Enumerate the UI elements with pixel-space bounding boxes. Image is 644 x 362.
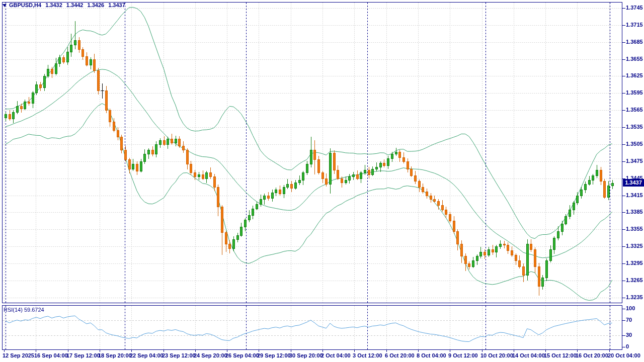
- candlestick-chart-canvas[interactable]: [0, 0, 644, 362]
- ohlc-high: 1.3442: [66, 2, 84, 8]
- price-axis-label: 1.3295: [626, 260, 643, 266]
- price-axis-label: 1.3355: [626, 226, 643, 232]
- time-axis-label: 10 Oct 20:00: [480, 352, 513, 359]
- rsi-scale-label: 30: [626, 332, 632, 338]
- time-axis-label: 24 Sep 20:00: [194, 352, 227, 359]
- price-axis-label: 1.3235: [626, 294, 643, 301]
- time-axis-label: 29 Sep 12:00: [257, 352, 291, 359]
- time-axis-label: 16 Oct 20:00: [576, 352, 608, 359]
- price-axis-label: 1.3475: [626, 158, 643, 164]
- price-axis-label: 1.3385: [626, 209, 643, 215]
- price-axis-label: 1.3415: [626, 192, 643, 199]
- chart-title: GBPUSD,H4 1.3432 1.3442 1.3426 1.3437: [9, 2, 125, 8]
- time-axis-label: 9 Oct 12:00: [448, 352, 478, 359]
- time-axis-label: 15 Oct 12:00: [544, 352, 577, 359]
- price-axis-label: 1.3535: [626, 124, 643, 130]
- time-axis-label: 6 Oct 20:00: [385, 352, 415, 359]
- price-axis-label: 1.3685: [626, 39, 643, 45]
- symbol-marker-icon: [3, 4, 7, 7]
- price-axis-label: 1.3565: [626, 107, 643, 113]
- time-axis-label: 23 Sep 12:00: [162, 352, 196, 359]
- current-price-badge: 1.3437: [623, 179, 644, 187]
- price-axis-label: 1.3715: [626, 22, 643, 28]
- time-axis-label: 12 Sep 2025: [3, 352, 34, 359]
- time-axis-label: 2 Oct 04:00: [321, 352, 351, 359]
- time-axis-label: 18 Sep 20:00: [98, 352, 132, 359]
- ohlc-close: 1.3437: [108, 2, 125, 8]
- price-axis-label: 1.3655: [626, 56, 643, 62]
- rsi-indicator-label: RSI(14) 59.6724: [4, 307, 44, 313]
- ohlc-open: 1.3432: [45, 2, 62, 8]
- time-axis-label: 17 Sep 12:00: [66, 352, 100, 359]
- time-axis-label: 14 Oct 04:00: [512, 352, 545, 359]
- price-axis-label: 1.3595: [626, 89, 643, 96]
- time-axis-label: 8 Oct 04:00: [417, 352, 446, 359]
- time-axis-label: 3 Oct 12:00: [353, 352, 382, 359]
- price-axis-label: 1.3745: [626, 5, 643, 11]
- symbol-title: GBPUSD,H4: [9, 2, 41, 8]
- price-axis-label: 1.3505: [626, 141, 643, 147]
- rsi-scale-label: 100: [626, 305, 635, 312]
- price-axis-label: 1.3265: [626, 277, 643, 284]
- time-axis-label: 16 Sep 04:00: [34, 352, 68, 359]
- ohlc-low: 1.3426: [88, 2, 105, 8]
- time-axis-label: 22 Sep 04:00: [130, 352, 164, 359]
- time-axis-label: 26 Sep 04:00: [225, 352, 259, 359]
- price-axis-label: 1.3625: [626, 72, 643, 79]
- chart-root: GBPUSD,H4 1.3432 1.3442 1.3426 1.3437 RS…: [0, 0, 644, 362]
- time-axis-label: 30 Sep 20:00: [289, 352, 323, 359]
- time-axis-label: 20 Oct 04:00: [608, 352, 640, 359]
- rsi-scale-label: 0: [626, 343, 629, 350]
- rsi-scale-label: 70: [626, 317, 632, 323]
- price-axis-label: 1.3325: [626, 243, 643, 249]
